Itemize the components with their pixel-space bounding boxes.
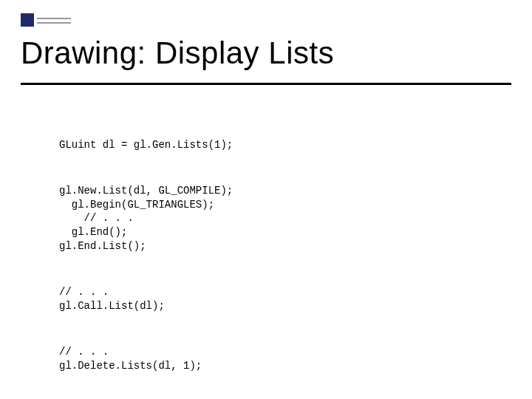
slide: Drawing: Display Lists GLuint dl = gl.Ge… [0,0,532,399]
accent-line-icon [37,18,71,19]
code-block: GLuint dl = gl.Gen.Lists(1); gl.New.List… [59,124,233,399]
slide-title: Drawing: Display Lists [21,35,334,71]
code-line: gl.End.List(); [59,240,146,252]
code-line: gl.Begin(GL_TRIANGLES); [59,199,214,211]
code-line: gl.Call.List(dl); [59,300,165,312]
code-line: gl.New.List(dl, GL_COMPILE); [59,185,233,197]
accent-line-icon [37,22,71,24]
code-line: gl.End(); [59,226,127,238]
code-line: GLuint dl = gl.Gen.Lists(1); [59,139,233,151]
accent-square-icon [21,13,34,27]
code-line: // . . . [59,212,134,224]
code-line: // . . . [59,346,109,358]
title-underline [21,83,511,85]
code-line: // . . . [59,286,109,298]
code-line: gl.Delete.Lists(dl, 1); [59,360,202,372]
